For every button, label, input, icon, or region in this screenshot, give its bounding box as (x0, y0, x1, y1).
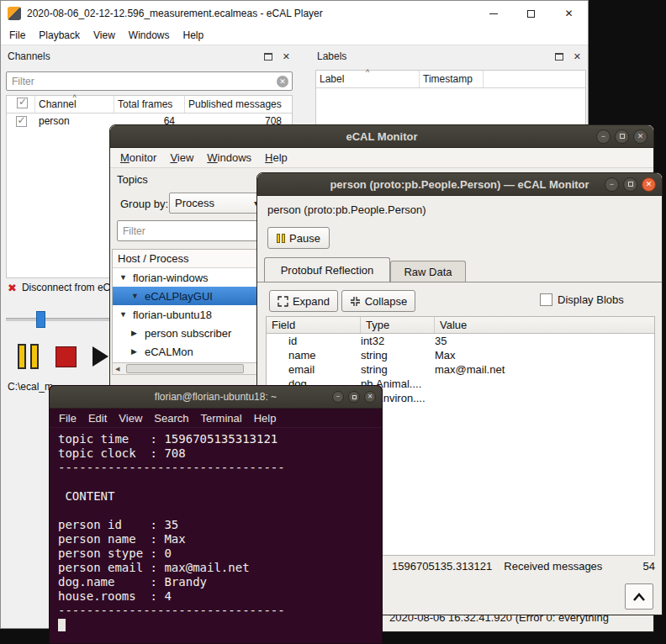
table-row[interactable]: id int32 35 (267, 334, 654, 348)
display-blobs-checkbox[interactable] (540, 293, 552, 306)
column-header-published-messages[interactable]: Published messages (185, 96, 292, 113)
terminal-line: person id : 35 (58, 518, 382, 532)
minimize-icon (489, 13, 498, 14)
collapsed-arrow-icon[interactable]: ▶ (131, 329, 137, 337)
menu-help[interactable]: Help (258, 149, 294, 166)
close-button[interactable]: ✕ (633, 129, 648, 144)
terminal-line: -------------------------------- (58, 461, 382, 475)
column-header-type[interactable]: Type (361, 317, 435, 333)
close-button[interactable]: ✕ (364, 391, 376, 403)
pause-button[interactable] (9, 335, 46, 377)
minimize-button[interactable]: − (605, 177, 619, 192)
table-row[interactable]: email string max@mail.net (267, 362, 654, 377)
stop-icon (56, 346, 77, 367)
menu-monitor[interactable]: Monitor (114, 149, 163, 166)
channels-filter-input[interactable] (6, 71, 293, 91)
maximize-button[interactable] (512, 1, 550, 26)
sort-ascending-icon: ^ (72, 94, 76, 102)
status-received-count: 54 (643, 560, 655, 573)
menu-help[interactable]: Help (248, 409, 283, 427)
column-header-total-frames[interactable]: Total frames (114, 96, 185, 113)
tab-protobuf-reflection[interactable]: Protobuf Reflection (264, 257, 390, 282)
channel-checkbox-cell (7, 116, 35, 127)
terminal-output[interactable]: topic time : 1596705135313121 topic cloc… (50, 427, 382, 643)
menu-view[interactable]: View (163, 149, 200, 166)
close-panel-icon[interactable]: ✕ (574, 52, 581, 61)
expanded-arrow-icon[interactable]: ▼ (119, 310, 127, 319)
terminal-line: topic time : 1596705135313121 (58, 432, 382, 446)
float-panel-icon[interactable] (555, 53, 563, 61)
terminal-cursor (58, 619, 66, 631)
terminal-line (58, 475, 382, 489)
column-header-label[interactable]: ^Label (316, 71, 420, 87)
scrollbar-thumb[interactable] (126, 364, 244, 373)
channels-table-header: ^Channel Total frames Published messages (7, 96, 292, 113)
close-panel-icon[interactable]: ✕ (283, 52, 290, 61)
column-header-timestamp[interactable]: Timestamp (420, 71, 484, 87)
minimize-button[interactable]: − (332, 391, 344, 403)
maximize-button[interactable] (348, 391, 360, 403)
float-panel-icon[interactable] (264, 53, 272, 61)
expanded-arrow-icon[interactable]: ▼ (119, 273, 127, 282)
select-all-checkbox-cell[interactable] (7, 96, 35, 113)
column-header-spacer (484, 71, 585, 87)
pause-button[interactable]: Pause (267, 227, 330, 249)
pause-icon (18, 344, 26, 369)
maximize-icon (620, 134, 625, 139)
scroll-to-top-button[interactable] (625, 583, 653, 610)
select-all-checkbox[interactable] (17, 98, 28, 108)
monitor-titlebar[interactable]: eCAL Monitor − ✕ (110, 125, 653, 148)
minimize-button[interactable] (474, 1, 512, 26)
channels-dock-header: Channels ✕ (3, 48, 297, 65)
disconnect-button[interactable]: ✖ Disconnect from eCA... (8, 282, 125, 293)
display-blobs-label: Display Blobs (558, 293, 624, 306)
close-button[interactable]: ✕ (550, 1, 588, 26)
player-titlebar[interactable]: 2020-08-06_02-12-12.596_measurement.ecal… (1, 1, 588, 26)
minimize-button[interactable]: − (596, 129, 610, 144)
column-header-field[interactable]: Field (267, 317, 361, 333)
menu-file[interactable]: File (53, 409, 82, 427)
group-by-value: Process (175, 197, 214, 209)
stop-button[interactable] (48, 335, 83, 377)
menu-view[interactable]: View (87, 27, 122, 44)
menu-file[interactable]: File (3, 27, 32, 44)
maximize-button[interactable] (623, 177, 637, 192)
collapse-icon (350, 296, 361, 307)
menu-terminal[interactable]: Terminal (195, 409, 248, 427)
maximize-icon (527, 10, 535, 18)
labels-dock-header: Labels ✕ (312, 48, 588, 65)
maximize-button[interactable] (615, 129, 629, 144)
expand-button[interactable]: Expand (269, 290, 338, 312)
tab-raw-data[interactable]: Raw Data (390, 261, 466, 282)
channel-checkbox[interactable] (16, 116, 27, 127)
terminal-line (58, 504, 382, 518)
person-titlebar[interactable]: person (proto:pb.People.Person) — eCAL M… (257, 173, 662, 196)
collapse-button[interactable]: Collapse (341, 290, 415, 312)
menu-windows[interactable]: Windows (200, 149, 258, 166)
menu-edit[interactable]: Edit (82, 409, 113, 427)
column-header-channel[interactable]: ^Channel (35, 96, 114, 113)
scroll-left-icon[interactable]: ◀ (115, 366, 119, 372)
menu-help[interactable]: Help (177, 27, 211, 44)
collapsed-arrow-icon[interactable]: ▶ (131, 347, 137, 356)
playback-slider-handle[interactable] (36, 311, 45, 328)
menu-playback[interactable]: Playback (32, 27, 87, 44)
column-header-value[interactable]: Value (435, 317, 654, 333)
table-row[interactable]: name string Max (267, 348, 654, 362)
menu-search[interactable]: Search (148, 409, 194, 427)
clear-filter-icon[interactable]: ✕ (277, 76, 288, 87)
terminal-titlebar[interactable]: florian@florian-ubuntu18: ~ − ✕ (50, 386, 382, 409)
maximize-icon (352, 395, 357, 399)
close-button[interactable]: ✕ (642, 177, 656, 192)
step-forward-icon (92, 346, 108, 367)
terminal-line: CONTENT (58, 489, 382, 504)
terminal-line: topic clock : 708 (58, 446, 382, 461)
menu-view[interactable]: View (113, 409, 148, 427)
chevron-up-icon (632, 592, 646, 602)
menu-windows[interactable]: Windows (122, 27, 177, 44)
monitor-window-title: eCAL Monitor (110, 130, 653, 143)
expanded-arrow-icon[interactable]: ▼ (131, 292, 139, 300)
protobuf-table-header: Field Type Value (267, 317, 654, 334)
maximize-icon (628, 182, 633, 187)
group-by-combobox[interactable]: Process ▾ (169, 193, 264, 214)
